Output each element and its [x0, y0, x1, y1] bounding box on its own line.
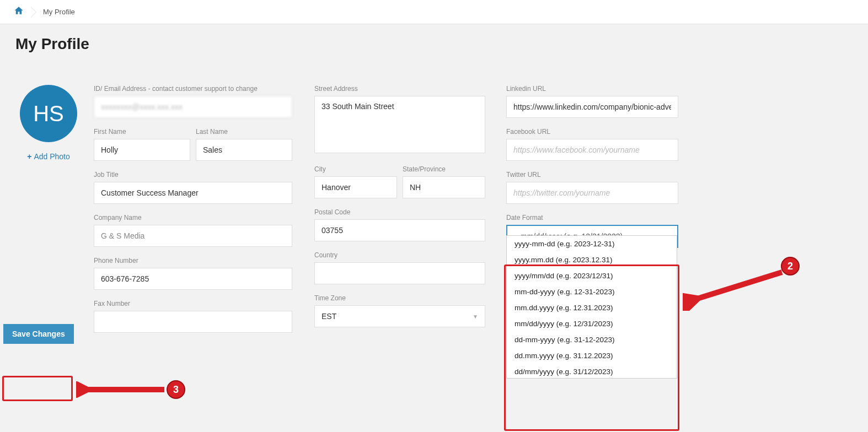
fax-number-label: Fax Number	[94, 300, 292, 307]
date-format-option[interactable]: yyyy.mm.dd (e.g. 2023.12.31)	[507, 252, 677, 268]
id-email-field	[94, 96, 292, 118]
city-field[interactable]	[314, 176, 397, 198]
date-format-option[interactable]: dd-mm-yyyy (e.g. 31-12-2023)	[507, 332, 677, 348]
company-name-field[interactable]	[94, 225, 292, 247]
city-label: City	[314, 165, 397, 173]
postal-code-field[interactable]	[314, 219, 485, 241]
first-name-field[interactable]	[94, 139, 190, 161]
date-format-option[interactable]: yyyy/mm/dd (e.g. 2023/12/31)	[507, 268, 677, 284]
date-format-option[interactable]: mm-dd-yyyy (e.g. 12-31-2023)	[507, 284, 677, 300]
fax-number-field[interactable]	[94, 311, 292, 333]
breadcrumb-separator	[31, 7, 36, 18]
country-field[interactable]	[314, 262, 485, 284]
date-format-dropdown: yyyy-mm-dd (e.g. 2023-12-31)yyyy.mm.dd (…	[506, 235, 677, 379]
date-format-option[interactable]: mm.dd.yyyy (e.g. 12.31.2023)	[507, 300, 677, 316]
page-title: My Profile	[15, 35, 868, 53]
avatar: HS	[20, 85, 77, 142]
time-zone-value: EST	[322, 312, 336, 321]
date-format-option[interactable]: mm/dd/yyyy (e.g. 12/31/2023)	[507, 316, 677, 332]
phone-number-label: Phone Number	[94, 257, 292, 264]
job-title-field[interactable]	[94, 182, 292, 204]
date-format-option[interactable]: dd/mm/yyyy (e.g. 31/12/2023)	[507, 364, 677, 379]
breadcrumb-current: My Profile	[43, 8, 75, 16]
avatar-initials: HS	[33, 101, 64, 126]
postal-code-label: Postal Code	[314, 208, 485, 216]
state-province-label: State/Province	[403, 165, 485, 173]
chevron-down-icon: ▼	[473, 314, 478, 320]
save-changes-button[interactable]: Save Changes	[3, 324, 74, 344]
street-address-label: Street Address	[314, 85, 485, 93]
facebook-url-field[interactable]	[506, 139, 678, 161]
state-province-field[interactable]	[403, 176, 485, 198]
plus-icon: +	[27, 152, 31, 161]
add-photo-link[interactable]: + Add Photo	[27, 152, 70, 161]
date-format-option[interactable]: yyyy-mm-dd (e.g. 2023-12-31)	[507, 236, 677, 252]
job-title-label: Job Title	[94, 171, 292, 179]
id-email-label: ID/ Email Address - contact customer sup…	[94, 85, 292, 93]
date-format-dropdown-list[interactable]: yyyy-mm-dd (e.g. 2023-12-31)yyyy.mm.dd (…	[507, 236, 677, 379]
date-format-label: Date Format	[506, 214, 678, 222]
twitter-url-field[interactable]	[506, 182, 678, 204]
breadcrumb: My Profile	[0, 0, 868, 24]
company-name-label: Company Name	[94, 214, 292, 222]
home-icon[interactable]	[13, 6, 24, 18]
street-address-field[interactable]	[314, 96, 485, 153]
linkedin-url-field[interactable]	[506, 96, 678, 118]
last-name-field[interactable]	[196, 139, 292, 161]
annotation-step-3-number: 3	[173, 384, 179, 396]
time-zone-label: Time Zone	[314, 294, 485, 302]
phone-number-field[interactable]	[94, 268, 292, 290]
country-label: Country	[314, 251, 485, 259]
linkedin-url-label: Linkedin URL	[506, 85, 678, 93]
twitter-url-label: Twitter URL	[506, 171, 678, 179]
facebook-url-label: Facebook URL	[506, 128, 678, 136]
first-name-label: First Name	[94, 128, 190, 136]
date-format-option[interactable]: dd.mm.yyyy (e.g. 31.12.2023)	[507, 348, 677, 364]
last-name-label: Last Name	[196, 128, 292, 136]
time-zone-select[interactable]: EST ▼	[314, 305, 485, 327]
add-photo-label: Add Photo	[34, 152, 69, 161]
annotation-step-2-number: 2	[787, 261, 793, 272]
svg-line-0	[694, 272, 782, 300]
